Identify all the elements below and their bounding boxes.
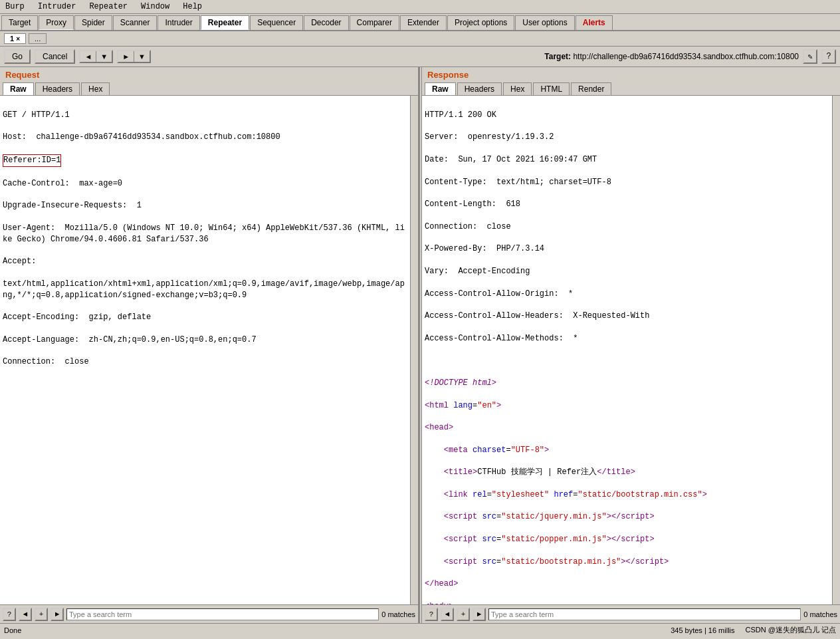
request-line-referer: Referer:ID=1 (3, 154, 407, 167)
toolbar: Go Cancel ◄ ▼ ► ▼ Target: http://challen… (0, 47, 840, 67)
menu-bar: Burp Intruder Repeater Window Help (0, 0, 840, 14)
resp-content-type: Content-Type: text/html; charset=UTF-8 (425, 177, 829, 188)
tab-comparer[interactable]: Comparer (350, 15, 399, 30)
repeater-tab-more[interactable]: ... (29, 33, 47, 44)
request-content-wrapper: GET / HTTP/1.1 Host: challenge-db9a67416… (0, 96, 418, 604)
help-button[interactable]: ? (821, 49, 836, 64)
resp-acam: Access-Control-Allow-Methods: * (425, 333, 829, 344)
response-content-wrapper: HTTP/1.1 200 OK Server: openresty/1.19.3… (422, 96, 840, 604)
back-nav-group: ◄ ▼ (79, 50, 113, 63)
request-tab-raw[interactable]: Raw (3, 82, 34, 95)
menu-intruder[interactable]: Intruder (35, 1, 79, 12)
tab-alerts[interactable]: Alerts (576, 15, 613, 30)
target-label: Target: http://challenge-db9a67416dd9353… (544, 52, 799, 61)
response-search-bar: ? ◄ + ► 0 matches (422, 604, 840, 623)
request-scrollbar[interactable] (410, 96, 418, 604)
request-line-accept: Accept: (3, 256, 407, 267)
request-line-cache: Cache-Control: max-age=0 (3, 178, 407, 190)
forward-dropdown-button[interactable]: ▼ (134, 51, 150, 62)
forward-button[interactable]: ► (118, 51, 134, 62)
response-tab-raw[interactable]: Raw (425, 82, 456, 95)
response-tab-headers[interactable]: Headers (457, 82, 502, 95)
request-search-bar: ? ◄ + ► 0 matches (0, 604, 418, 623)
status-bar: Done 345 bytes | 16 millis CSDN @迷失的狐凸儿 … (0, 623, 840, 636)
resp-acah: Access-Control-Allow-Headers: X-Requeste… (425, 311, 829, 322)
resp-script3: <script src="static/bootstrap.min.js"></… (425, 557, 829, 568)
request-search-next[interactable]: ► (51, 608, 64, 621)
response-matches: 0 matches (803, 610, 837, 618)
edit-target-button[interactable]: ✎ (803, 49, 817, 64)
response-tab-hex[interactable]: Hex (503, 82, 532, 95)
resp-head-close: </head> (425, 578, 829, 590)
cancel-button[interactable]: Cancel (35, 49, 75, 64)
tab-project-options[interactable]: Project options (447, 15, 514, 30)
resp-script1: <script src="static/jquery.min.js"></scr… (425, 511, 829, 523)
back-button[interactable]: ◄ (80, 51, 96, 62)
tab-decoder[interactable]: Decoder (304, 15, 348, 30)
menu-window[interactable]: Window (138, 1, 172, 12)
request-tab-headers[interactable]: Headers (35, 82, 80, 95)
tab-repeater[interactable]: Repeater (201, 15, 249, 30)
request-search-input[interactable] (66, 608, 379, 620)
resp-content-length: Content-Length: 618 (425, 199, 829, 210)
request-matches: 0 matches (381, 610, 415, 618)
main-content: Request Raw Headers Hex GET / HTTP/1.1 H… (0, 67, 840, 623)
request-line-ua: User-Agent: Mozilla/5.0 (Windows NT 10.0… (3, 223, 407, 245)
request-title: Request (0, 67, 418, 82)
tab-scanner[interactable]: Scanner (113, 15, 158, 30)
resp-acao: Access-Control-Allow-Origin: * (425, 289, 829, 300)
request-search-help[interactable]: ? (3, 608, 16, 621)
resp-vary: Vary: Accept-Encoding (425, 266, 829, 277)
repeater-tab-row: 1 × ... (0, 31, 840, 47)
request-line-conn: Connection: close (3, 356, 407, 368)
tab-close-icon[interactable]: × (16, 35, 20, 43)
resp-status: HTTP/1.1 200 OK (425, 110, 829, 121)
tab-intruder[interactable]: Intruder (158, 15, 199, 30)
response-pane: Response Raw Headers Hex HTML Render HTT… (422, 67, 840, 623)
response-content[interactable]: HTTP/1.1 200 OK Server: openresty/1.19.3… (422, 96, 832, 604)
resp-meta: <meta charset="UTF-8"> (425, 445, 829, 456)
watermark-text: CSDN @迷失的狐凸儿 记点 (746, 625, 836, 635)
request-line-encoding: Accept-Encoding: gzip, deflate (3, 312, 407, 323)
menu-help[interactable]: Help (180, 1, 205, 12)
request-line-accept2: text/html,application/xhtml+xml,applicat… (3, 279, 407, 301)
request-tab-hex[interactable]: Hex (81, 82, 110, 95)
main-tab-bar: Target Proxy Spider Scanner Intruder Rep… (0, 14, 840, 31)
request-search-prev[interactable]: ◄ (19, 608, 32, 621)
go-button[interactable]: Go (4, 49, 31, 64)
request-content[interactable]: GET / HTTP/1.1 Host: challenge-db9a67416… (0, 96, 410, 604)
response-tab-html[interactable]: HTML (533, 82, 570, 95)
resp-title: <title>CTFHub 技能学习 | Refer注入</title> (425, 467, 829, 478)
response-status-info: 345 bytes | 16 millis (671, 626, 734, 634)
request-pane: Request Raw Headers Hex GET / HTTP/1.1 H… (0, 67, 419, 623)
response-search-input[interactable] (488, 608, 801, 620)
request-line-1: GET / HTTP/1.1 (3, 110, 407, 121)
response-search-help[interactable]: ? (425, 608, 438, 621)
menu-burp[interactable]: Burp (3, 1, 27, 12)
resp-blank (425, 355, 829, 366)
back-dropdown-button[interactable]: ▼ (96, 51, 112, 62)
response-scrollbar[interactable] (832, 96, 840, 604)
referer-highlight: Referer:ID=1 (3, 154, 61, 167)
response-search-next-plus[interactable]: + (457, 608, 470, 621)
tab-spider[interactable]: Spider (74, 15, 112, 30)
repeater-tab-1[interactable]: 1 × (4, 33, 26, 44)
menu-repeater[interactable]: Repeater (86, 1, 130, 12)
resp-date: Date: Sun, 17 Oct 2021 16:09:47 GMT (425, 154, 829, 166)
tab-proxy[interactable]: Proxy (39, 15, 74, 30)
resp-connection: Connection: close (425, 221, 829, 233)
tab-sequencer[interactable]: Sequencer (250, 15, 303, 30)
response-search-next[interactable]: ► (472, 608, 486, 621)
tab-extender[interactable]: Extender (400, 15, 447, 30)
resp-doctype: <!DOCTYPE html> (425, 378, 829, 389)
tab-user-options[interactable]: User options (515, 15, 574, 30)
response-tab-render[interactable]: Render (571, 82, 611, 95)
request-line-upgrade: Upgrade-Insecure-Requests: 1 (3, 200, 407, 211)
resp-link: <link rel="stylesheet" href="static/boot… (425, 489, 829, 501)
tab-target[interactable]: Target (1, 15, 38, 30)
response-title: Response (422, 67, 840, 82)
fwd-nav-group: ► ▼ (117, 50, 151, 63)
response-search-prev[interactable]: ◄ (441, 608, 454, 621)
resp-html-open: <html lang="en"> (425, 400, 829, 412)
request-search-next-plus[interactable]: + (35, 608, 48, 621)
